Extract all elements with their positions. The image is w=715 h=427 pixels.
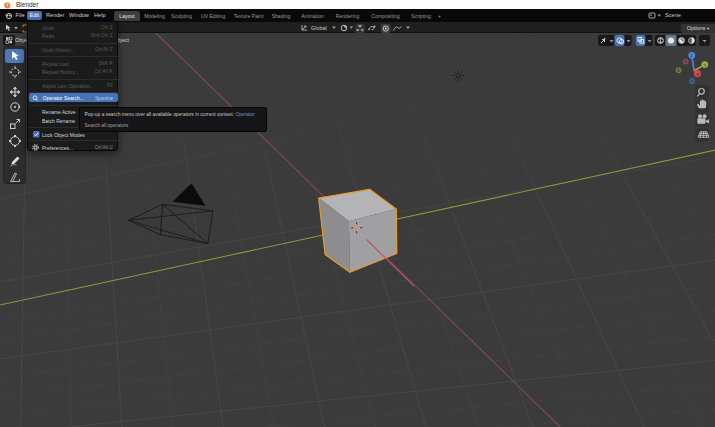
svg-text:Y: Y — [703, 63, 706, 68]
svg-text:X: X — [696, 72, 699, 77]
